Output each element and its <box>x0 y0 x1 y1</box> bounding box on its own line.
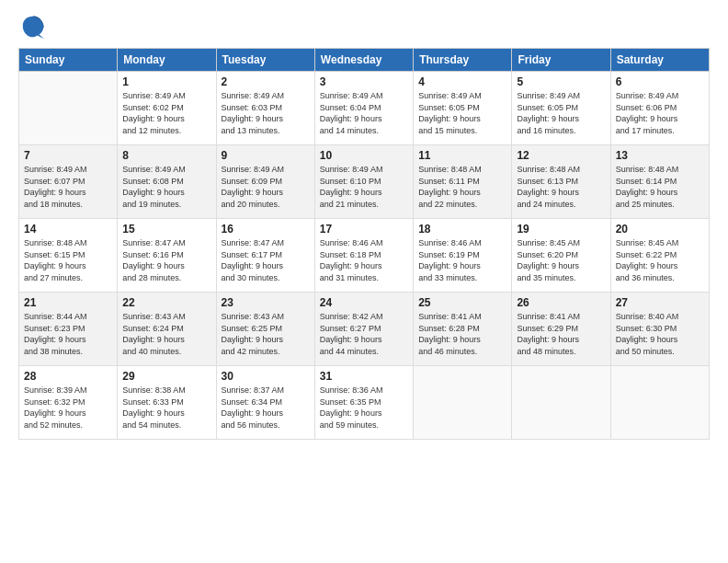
calendar-day-cell: 9Sunrise: 8:49 AMSunset: 6:09 PMDaylight… <box>216 145 314 219</box>
day-number: 3 <box>320 75 408 88</box>
calendar-day-cell <box>19 72 118 145</box>
calendar-day-cell: 24Sunrise: 8:42 AMSunset: 6:27 PMDayligh… <box>314 293 413 366</box>
day-number: 4 <box>418 75 506 88</box>
day-info: Sunrise: 8:41 AMSunset: 6:29 PMDaylight:… <box>517 311 605 357</box>
calendar-day-cell: 10Sunrise: 8:49 AMSunset: 6:10 PMDayligh… <box>314 145 413 219</box>
calendar-header-thursday: Thursday <box>414 49 512 72</box>
calendar-day-cell: 13Sunrise: 8:48 AMSunset: 6:14 PMDayligh… <box>610 145 709 219</box>
calendar-day-cell: 4Sunrise: 8:49 AMSunset: 6:05 PMDaylight… <box>414 72 512 145</box>
calendar-day-cell: 18Sunrise: 8:46 AMSunset: 6:19 PMDayligh… <box>414 219 512 293</box>
calendar-day-cell: 11Sunrise: 8:48 AMSunset: 6:11 PMDayligh… <box>414 145 512 219</box>
day-number: 17 <box>320 223 408 236</box>
calendar-day-cell <box>610 366 709 440</box>
day-info: Sunrise: 8:49 AMSunset: 6:06 PMDaylight:… <box>616 90 704 136</box>
day-number: 16 <box>222 223 310 236</box>
day-number: 28 <box>24 370 112 383</box>
calendar-header-row: SundayMondayTuesdayWednesdayThursdayFrid… <box>19 49 710 72</box>
day-number: 29 <box>122 370 210 383</box>
calendar-week-row: 7Sunrise: 8:49 AMSunset: 6:07 PMDaylight… <box>19 145 710 219</box>
day-info: Sunrise: 8:48 AMSunset: 6:15 PMDaylight:… <box>24 237 112 283</box>
day-number: 31 <box>320 370 408 383</box>
calendar-header-sunday: Sunday <box>19 49 118 72</box>
calendar-header-wednesday: Wednesday <box>314 49 413 72</box>
calendar-day-cell <box>512 366 610 440</box>
day-info: Sunrise: 8:37 AMSunset: 6:34 PMDaylight:… <box>222 385 310 431</box>
day-info: Sunrise: 8:43 AMSunset: 6:25 PMDaylight:… <box>222 311 310 357</box>
calendar-day-cell: 2Sunrise: 8:49 AMSunset: 6:03 PMDaylight… <box>216 72 314 145</box>
calendar-header-tuesday: Tuesday <box>216 49 314 72</box>
calendar-day-cell: 27Sunrise: 8:40 AMSunset: 6:30 PMDayligh… <box>610 293 709 366</box>
day-info: Sunrise: 8:49 AMSunset: 6:05 PMDaylight:… <box>418 90 506 136</box>
day-info: Sunrise: 8:46 AMSunset: 6:18 PMDaylight:… <box>320 237 408 283</box>
day-number: 7 <box>24 149 112 162</box>
day-number: 30 <box>222 370 310 383</box>
day-info: Sunrise: 8:49 AMSunset: 6:02 PMDaylight:… <box>122 90 210 136</box>
day-info: Sunrise: 8:49 AMSunset: 6:08 PMDaylight:… <box>122 164 210 210</box>
day-number: 9 <box>222 149 310 162</box>
day-info: Sunrise: 8:41 AMSunset: 6:28 PMDaylight:… <box>418 311 506 357</box>
day-number: 25 <box>418 296 506 309</box>
day-info: Sunrise: 8:42 AMSunset: 6:27 PMDaylight:… <box>320 311 408 357</box>
day-info: Sunrise: 8:48 AMSunset: 6:11 PMDaylight:… <box>418 164 506 210</box>
day-number: 19 <box>517 223 605 236</box>
day-number: 21 <box>24 296 112 309</box>
calendar-day-cell: 19Sunrise: 8:45 AMSunset: 6:20 PMDayligh… <box>512 219 610 293</box>
day-number: 6 <box>616 75 704 88</box>
day-number: 12 <box>517 149 605 162</box>
day-number: 23 <box>222 296 310 309</box>
calendar-day-cell: 7Sunrise: 8:49 AMSunset: 6:07 PMDaylight… <box>19 145 118 219</box>
day-number: 1 <box>122 75 210 88</box>
calendar-day-cell: 3Sunrise: 8:49 AMSunset: 6:04 PMDaylight… <box>314 72 413 145</box>
calendar-day-cell: 14Sunrise: 8:48 AMSunset: 6:15 PMDayligh… <box>19 219 118 293</box>
day-info: Sunrise: 8:49 AMSunset: 6:05 PMDaylight:… <box>517 90 605 136</box>
calendar-day-cell: 30Sunrise: 8:37 AMSunset: 6:34 PMDayligh… <box>216 366 314 440</box>
calendar-day-cell: 31Sunrise: 8:36 AMSunset: 6:35 PMDayligh… <box>314 366 413 440</box>
day-number: 26 <box>517 296 605 309</box>
day-info: Sunrise: 8:49 AMSunset: 6:03 PMDaylight:… <box>222 90 310 136</box>
header <box>18 15 710 40</box>
calendar-header-friday: Friday <box>512 49 610 72</box>
day-info: Sunrise: 8:47 AMSunset: 6:16 PMDaylight:… <box>122 237 210 283</box>
day-number: 8 <box>122 149 210 162</box>
calendar-week-row: 1Sunrise: 8:49 AMSunset: 6:02 PMDaylight… <box>19 72 710 145</box>
day-number: 18 <box>418 223 506 236</box>
day-number: 2 <box>222 75 310 88</box>
day-info: Sunrise: 8:36 AMSunset: 6:35 PMDaylight:… <box>320 385 408 431</box>
day-info: Sunrise: 8:49 AMSunset: 6:09 PMDaylight:… <box>222 164 310 210</box>
day-info: Sunrise: 8:46 AMSunset: 6:19 PMDaylight:… <box>418 237 506 283</box>
day-info: Sunrise: 8:39 AMSunset: 6:32 PMDaylight:… <box>24 385 112 431</box>
calendar-day-cell <box>414 366 512 440</box>
day-info: Sunrise: 8:43 AMSunset: 6:24 PMDaylight:… <box>122 311 210 357</box>
calendar-day-cell: 1Sunrise: 8:49 AMSunset: 6:02 PMDaylight… <box>118 72 216 145</box>
calendar-day-cell: 22Sunrise: 8:43 AMSunset: 6:24 PMDayligh… <box>118 293 216 366</box>
calendar-header-saturday: Saturday <box>610 49 709 72</box>
page: SundayMondayTuesdayWednesdayThursdayFrid… <box>0 0 728 563</box>
calendar-day-cell: 8Sunrise: 8:49 AMSunset: 6:08 PMDaylight… <box>118 145 216 219</box>
calendar-day-cell: 28Sunrise: 8:39 AMSunset: 6:32 PMDayligh… <box>19 366 118 440</box>
calendar-day-cell: 6Sunrise: 8:49 AMSunset: 6:06 PMDaylight… <box>610 72 709 145</box>
logo-icon <box>20 15 46 40</box>
calendar-day-cell: 29Sunrise: 8:38 AMSunset: 6:33 PMDayligh… <box>118 366 216 440</box>
day-number: 24 <box>320 296 408 309</box>
calendar-day-cell: 21Sunrise: 8:44 AMSunset: 6:23 PMDayligh… <box>19 293 118 366</box>
calendar-day-cell: 26Sunrise: 8:41 AMSunset: 6:29 PMDayligh… <box>512 293 610 366</box>
day-number: 10 <box>320 149 408 162</box>
day-info: Sunrise: 8:45 AMSunset: 6:22 PMDaylight:… <box>616 237 704 283</box>
day-number: 5 <box>517 75 605 88</box>
day-number: 20 <box>616 223 704 236</box>
day-info: Sunrise: 8:47 AMSunset: 6:17 PMDaylight:… <box>222 237 310 283</box>
day-info: Sunrise: 8:48 AMSunset: 6:13 PMDaylight:… <box>517 164 605 210</box>
calendar-day-cell: 5Sunrise: 8:49 AMSunset: 6:05 PMDaylight… <box>512 72 610 145</box>
calendar-table: SundayMondayTuesdayWednesdayThursdayFrid… <box>18 48 710 440</box>
calendar-day-cell: 25Sunrise: 8:41 AMSunset: 6:28 PMDayligh… <box>414 293 512 366</box>
day-number: 22 <box>122 296 210 309</box>
calendar-day-cell: 20Sunrise: 8:45 AMSunset: 6:22 PMDayligh… <box>610 219 709 293</box>
day-number: 27 <box>616 296 704 309</box>
calendar-day-cell: 15Sunrise: 8:47 AMSunset: 6:16 PMDayligh… <box>118 219 216 293</box>
calendar-week-row: 28Sunrise: 8:39 AMSunset: 6:32 PMDayligh… <box>19 366 710 440</box>
day-info: Sunrise: 8:48 AMSunset: 6:14 PMDaylight:… <box>616 164 704 210</box>
day-number: 15 <box>122 223 210 236</box>
logo <box>18 15 46 40</box>
calendar-week-row: 21Sunrise: 8:44 AMSunset: 6:23 PMDayligh… <box>19 293 710 366</box>
day-info: Sunrise: 8:49 AMSunset: 6:10 PMDaylight:… <box>320 164 408 210</box>
